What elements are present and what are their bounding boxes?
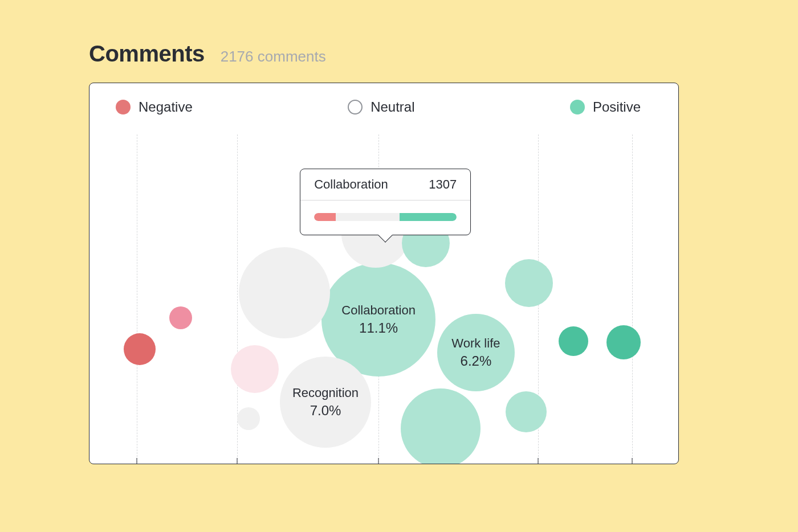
grid-tick [136, 458, 137, 464]
bubble-chart[interactable]: Collaboration11.1%Recognition7.0%Work li… [89, 134, 678, 464]
legend-positive-label: Positive [593, 99, 641, 115]
grid-tick [632, 458, 633, 464]
sentiment-bar [314, 213, 457, 221]
sentiment-bar-negative [314, 213, 336, 221]
bubble-tooltip: Collaboration1307 [300, 169, 471, 235]
legend: Negative Neutral Positive [89, 83, 678, 115]
legend-neutral[interactable]: Neutral [348, 99, 414, 115]
gridline [237, 134, 238, 463]
comment-count: 2176 comments [221, 48, 326, 66]
tooltip-title: Collaboration [314, 177, 388, 192]
bubble-neg-b[interactable] [169, 306, 192, 329]
bubble-label: Work life [451, 336, 500, 351]
bubble-label: Collaboration [341, 303, 416, 318]
bubble-value: 7.0% [310, 403, 341, 419]
grid-tick [378, 458, 379, 464]
bubble-neutral-a[interactable] [239, 247, 330, 338]
bubble-neutral-c[interactable] [237, 407, 260, 430]
swatch-positive-icon [570, 100, 585, 114]
legend-positive[interactable]: Positive [570, 99, 641, 115]
legend-negative-label: Negative [139, 99, 193, 115]
bubble-pos-r1[interactable] [559, 326, 588, 356]
comments-chart-card: Negative Neutral Positive Collaboration1… [89, 83, 679, 464]
page-title: Comments [89, 41, 205, 67]
swatch-negative-icon [116, 100, 131, 114]
bubble-Work life[interactable]: Work life6.2% [437, 314, 515, 391]
tooltip-count: 1307 [429, 177, 457, 192]
bubble-pos-up[interactable] [505, 259, 553, 307]
bubble-pos-r2[interactable] [606, 325, 641, 359]
grid-tick [538, 458, 538, 464]
sentiment-bar-positive [400, 213, 457, 221]
gridline [137, 134, 137, 463]
bubble-value: 6.2% [461, 353, 492, 369]
bubble-pos-big[interactable] [401, 388, 481, 464]
bubble-value: 11.1% [359, 320, 398, 336]
bubble-neg-a[interactable] [124, 333, 156, 365]
header: Comments 2176 comments [89, 41, 709, 67]
legend-negative[interactable]: Negative [116, 99, 193, 115]
gridline [632, 134, 633, 463]
swatch-neutral-icon [348, 100, 363, 114]
grid-tick [237, 458, 237, 464]
bubble-neutral-pink[interactable] [231, 345, 279, 393]
legend-neutral-label: Neutral [370, 99, 414, 115]
bubble-pos-sm[interactable] [506, 391, 547, 432]
bubble-label: Recognition [292, 386, 359, 400]
bubble-Recognition[interactable]: Recognition7.0% [280, 357, 371, 448]
